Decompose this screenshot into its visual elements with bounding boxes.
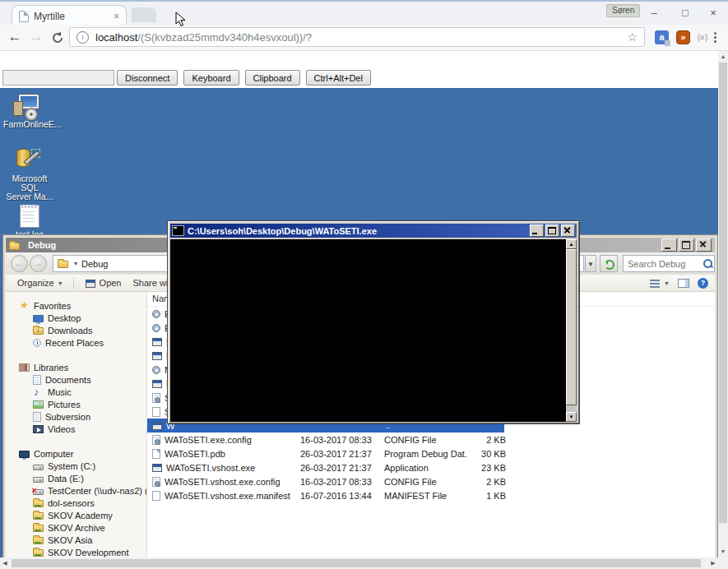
page-info-icon[interactable]: i <box>77 31 89 44</box>
explorer-search-input[interactable] <box>623 255 715 272</box>
explorer-minimize-icon[interactable] <box>661 238 677 252</box>
tree-item-downloads[interactable]: Downloads <box>6 324 146 336</box>
tree-item-label: Recent Places <box>45 338 104 348</box>
browser-tab[interactable]: Myrtille × <box>12 5 127 26</box>
new-tab-button[interactable] <box>132 7 156 22</box>
disabled-extension-icon[interactable]: (≡) <box>693 32 712 44</box>
remote-desktop[interactable]: FarmOnlineE... Microsoft SQL Server Ma..… <box>0 88 718 557</box>
scroll-up-icon[interactable]: ▲ <box>566 239 577 249</box>
file-name: WAToSETI.pdb <box>165 449 225 459</box>
window-close-button[interactable]: × <box>701 3 726 23</box>
chevron-down-icon: ▼ <box>58 280 63 286</box>
tree-item-music[interactable]: Music <box>6 386 146 398</box>
address-bar[interactable]: i localhost/(S(kvbzad25mmdv340h4esvxoul)… <box>69 27 645 47</box>
console-titlebar[interactable]: C:\Users\soh\Desktop\Debug\WAToSETI.exe <box>170 224 577 238</box>
explorer-maximize-icon[interactable] <box>679 238 694 252</box>
tree-item-data-e[interactable]: Data (E:) <box>6 472 146 484</box>
scroll-right-icon[interactable]: ▶ <box>708 557 718 569</box>
page-horizontal-scrollbar[interactable]: ◀ ▶ <box>0 557 718 569</box>
profile-chip[interactable]: Søren <box>606 4 640 17</box>
console-maximize-icon[interactable] <box>545 224 559 237</box>
tree-item-videos[interactable]: Videos <box>6 423 146 435</box>
file-row-watoseti-vshost-exe[interactable]: WAToSETI.vshost.exe26-03-2017 21:37Appli… <box>147 460 715 474</box>
organize-button[interactable]: Organize▼ <box>17 278 63 288</box>
tree-item-skov-academy[interactable]: SKOV Academy <box>6 509 146 521</box>
open-button[interactable]: Open <box>86 278 122 288</box>
scroll-down-icon[interactable]: ▼ <box>566 412 577 422</box>
file-row-watoseti-vshost-exe-config[interactable]: WAToSETI.vshost.exe.config16-03-2017 08:… <box>147 474 715 488</box>
breadcrumb[interactable]: Debug <box>81 259 108 269</box>
disconnect-button[interactable]: Disconnect <box>117 70 178 86</box>
window-maximize-button[interactable]: □ <box>673 3 698 23</box>
keyboard-button[interactable]: Keyboard <box>183 70 239 86</box>
translate-extension-icon[interactable]: a <box>655 30 669 44</box>
file-size: 30 KB <box>468 449 509 459</box>
tree-item-pictures[interactable]: Pictures <box>6 398 146 410</box>
tree-item-skov-asia[interactable]: SKOV Asia <box>6 534 146 546</box>
preview-pane-icon[interactable] <box>678 279 689 288</box>
console-output[interactable]: ▲ ▼ <box>170 239 577 422</box>
scroll-left-icon[interactable]: ◀ <box>0 557 10 569</box>
tree-item-recent-places[interactable]: Recent Places <box>6 336 146 349</box>
desktop-icon-sql-server[interactable]: Microsoft SQL Server Ma... <box>3 146 56 201</box>
window-minimize-button[interactable]: – <box>642 3 666 23</box>
scroll-down-icon[interactable]: ▼ <box>718 546 728 557</box>
folder-net-icon <box>33 512 44 520</box>
tree-item-desktop[interactable]: Desktop <box>6 312 146 324</box>
page-vertical-scrollbar[interactable]: ▲ ▼ <box>718 51 728 557</box>
doc-icon <box>152 491 160 501</box>
file-row-watoseti-pdb[interactable]: WAToSETI.pdb26-03-2017 21:37Program Debu… <box>147 446 715 460</box>
tree-item-label: Computer <box>34 449 73 459</box>
forward-icon[interactable]: → <box>26 27 46 47</box>
scrollbar-thumb[interactable] <box>566 249 577 405</box>
file-row-watoseti-exe-config[interactable]: WAToSETI.exe.config16-03-2017 08:33CONFI… <box>147 433 715 446</box>
config-icon <box>152 393 160 403</box>
address-dropdown-icon[interactable]: ▼ <box>585 255 596 272</box>
file-type: CONFIG File <box>384 435 468 445</box>
fast-forward-extension-icon[interactable]: » <box>676 30 690 44</box>
chevron-down-icon[interactable]: ▼ <box>664 280 670 286</box>
explorer-forward-button[interactable]: → <box>30 255 47 272</box>
scrollbar-thumb[interactable] <box>719 62 727 523</box>
refresh-button[interactable] <box>600 255 618 272</box>
tab-title: Myrtille <box>34 11 114 22</box>
tree-item-favorites[interactable]: Favorites <box>6 299 146 312</box>
file-name-cell: WAToSETI.vshost.exe.config <box>147 477 300 487</box>
reload-icon[interactable] <box>48 30 67 45</box>
tree-item-label: Music <box>48 387 72 397</box>
tree-item-libraries[interactable]: Libraries <box>6 361 146 373</box>
help-icon[interactable]: ? <box>698 278 708 289</box>
back-icon[interactable]: ← <box>5 27 25 47</box>
tree-item-subversion[interactable]: Subversion <box>6 410 146 423</box>
tree-item-system-c[interactable]: System (C:) <box>6 460 146 472</box>
tree-item-testcenter-udv-nas2-z[interactable]: TestCenter (\\udv-nas2) (Z:) <box>6 484 146 497</box>
desktop-icon-farmonline[interactable]: FarmOnlineE... <box>3 91 56 129</box>
app-icon <box>152 338 162 346</box>
explorer-back-button[interactable]: ← <box>11 255 28 272</box>
tree-item-label: Favorites <box>34 301 71 311</box>
file-row-watoseti-vshost-exe-manifest[interactable]: WAToSETI.vshost.exe.manifest16-07-2016 1… <box>147 488 715 502</box>
tree-item-computer[interactable]: Computer <box>6 447 146 460</box>
console-minimize-icon[interactable] <box>530 224 544 237</box>
console-icon <box>172 225 184 236</box>
tree-group-computer: ComputerSystem (C:)Data (E:)TestCenter (… <box>6 447 146 557</box>
tab-close-icon[interactable]: × <box>114 11 119 22</box>
rdp-text-input[interactable] <box>2 70 114 86</box>
explorer-close-icon[interactable] <box>696 238 712 252</box>
clipboard-button[interactable]: Clipboard <box>245 70 300 86</box>
tree-item-documents[interactable]: Documents <box>6 373 146 386</box>
scroll-up-icon[interactable]: ▲ <box>718 51 728 62</box>
views-icon[interactable] <box>650 280 660 288</box>
console-scrollbar[interactable]: ▲ ▼ <box>566 239 577 422</box>
tree-group-libraries: LibrariesDocumentsMusicPicturesSubversio… <box>6 361 146 435</box>
bookmark-star-icon[interactable]: ☆ <box>627 30 638 44</box>
tree-item-dol-sensors[interactable]: dol-sensors <box>6 497 146 509</box>
console-close-icon[interactable] <box>561 224 575 237</box>
picture-icon <box>33 400 44 409</box>
tree-item-skov-archive[interactable]: SKOV Archive <box>6 521 146 534</box>
browser-menu-icon[interactable] <box>714 32 716 35</box>
tree-item-skov-development[interactable]: SKOV Development <box>6 546 146 557</box>
ctrl-alt-del-button[interactable]: Ctrl+Alt+Del <box>306 70 371 86</box>
console-title: C:\Users\soh\Desktop\Debug\WAToSETI.exe <box>188 226 528 236</box>
scrollbar-thumb[interactable] <box>12 559 701 567</box>
